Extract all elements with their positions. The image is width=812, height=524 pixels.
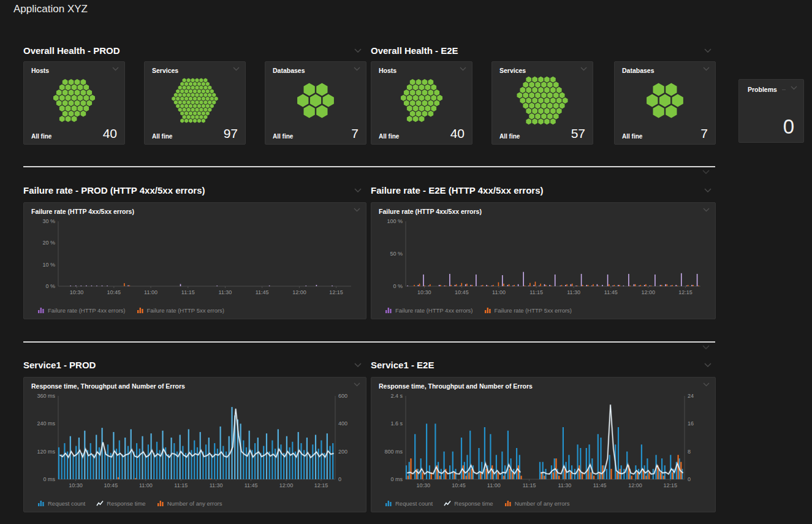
section-title: Failure rate - PROD (HTTP 4xx/5xx errors… (23, 185, 205, 196)
chart-title: Failure rate (HTTP 4xx/5xx errors) (379, 208, 482, 215)
legend-item[interactable]: Number of any errors (504, 500, 570, 507)
failure-rate-prod-chart[interactable]: 0 %10 %20 %30 %10:3010:4511:0011:1511:30… (30, 218, 360, 296)
svg-text:12:15: 12:15 (314, 482, 328, 488)
problems-tile[interactable]: Problems 0 (738, 79, 804, 143)
svg-text:11:00: 11:00 (487, 482, 501, 488)
legend-item[interactable]: Failure rate (HTTP 4xx errors) (385, 307, 473, 314)
legend-item[interactable]: Request count (385, 500, 433, 507)
health-tile-databases-prod[interactable]: Databases All fine 7 (265, 61, 366, 145)
section-title: Service1 - PROD (23, 360, 96, 370)
health-tile-hosts-e2e[interactable]: Hosts All fine 40 (371, 61, 472, 145)
svg-text:12:00: 12:00 (642, 289, 656, 295)
legend-label: Number of any errors (515, 500, 570, 507)
chart-title: Response time, Throughput and Number of … (31, 382, 185, 390)
tile-title: Hosts (379, 67, 397, 74)
chevron-down-icon[interactable] (704, 188, 711, 192)
health-tile-services-prod[interactable]: Services All fine 97 (144, 61, 246, 145)
status-text: All fine (31, 133, 51, 140)
svg-text:11:00: 11:00 (139, 482, 153, 488)
chevron-down-icon[interactable] (354, 208, 360, 212)
chevron-down-icon[interactable] (702, 345, 710, 349)
chevron-down-icon[interactable] (354, 48, 362, 53)
section-title: Overall Health - PROD (23, 45, 120, 56)
svg-text:12:00: 12:00 (292, 289, 306, 295)
legend-item[interactable]: Failure rate (HTTP 5xx errors) (137, 307, 225, 314)
chevron-down-icon[interactable] (703, 382, 710, 387)
chevron-down-icon[interactable] (460, 67, 466, 71)
bar-series-icon (385, 307, 392, 314)
svg-text:10:30: 10:30 (69, 482, 83, 488)
legend-label: Request count (48, 500, 85, 507)
chevron-down-icon[interactable] (580, 67, 587, 71)
failure-rate-e2e-tile[interactable]: Failure rate (HTTP 4xx/5xx errors) 0 %50… (371, 202, 716, 319)
service-health-honeycomb (152, 74, 238, 127)
service1-prod-tile[interactable]: Response time, Throughput and Number of … (23, 377, 366, 512)
svg-text:11:15: 11:15 (181, 289, 195, 295)
legend-item[interactable]: Failure rate (HTTP 4xx errors) (37, 307, 126, 314)
status-text: All fine (499, 133, 520, 140)
tile-title: Databases (622, 67, 655, 74)
bar-series-icon (137, 307, 144, 314)
legend-item[interactable]: Response time (96, 500, 145, 507)
service1-e2e-chart[interactable]: 0 ms800 ms1.6 s2.4 s08162410:3010:4511:0… (378, 392, 709, 489)
svg-text:30 %: 30 % (42, 218, 55, 224)
chevron-down-icon[interactable] (233, 67, 240, 71)
svg-text:20 %: 20 % (42, 240, 55, 246)
svg-text:11:15: 11:15 (174, 482, 188, 488)
chevron-down-icon[interactable] (703, 208, 710, 212)
chevron-down-icon[interactable] (791, 86, 797, 90)
failure-rate-e2e-chart[interactable]: 0 %50 %100 %10:3010:4511:0011:1511:3011:… (378, 218, 709, 296)
svg-text:600: 600 (338, 393, 347, 399)
chevron-down-icon[interactable] (703, 67, 710, 71)
svg-text:11:30: 11:30 (567, 289, 580, 295)
legend-item[interactable]: Request count (37, 500, 85, 507)
problems-count: 0 (783, 115, 794, 139)
chevron-down-icon[interactable] (354, 67, 360, 71)
chart-legend: Failure rate (HTTP 4xx errors)Failure ra… (385, 307, 572, 314)
svg-text:1.6 s: 1.6 s (390, 420, 403, 427)
chevron-down-icon[interactable] (112, 67, 119, 71)
entity-count: 7 (351, 128, 359, 140)
section-divider (23, 166, 715, 167)
svg-text:10:30: 10:30 (417, 289, 431, 295)
svg-text:16: 16 (688, 420, 694, 427)
chevron-down-icon[interactable] (702, 170, 710, 174)
tile-title: Services (152, 67, 178, 74)
svg-text:200: 200 (338, 449, 347, 455)
legend-item[interactable]: Response time (444, 500, 493, 507)
chart-legend: Request countResponse timeNumber of any … (385, 500, 569, 507)
tile-title: Problems (748, 86, 777, 93)
database-health-honeycomb (273, 74, 359, 127)
chevron-down-icon[interactable] (704, 48, 711, 53)
dashboard: Application XYZ Overall Health - PROD Ov… (0, 0, 812, 524)
svg-text:12:15: 12:15 (329, 289, 343, 295)
bar-series-icon (37, 500, 45, 507)
health-tile-hosts-prod[interactable]: Hosts All fine 40 (23, 61, 125, 145)
chevron-down-icon[interactable] (354, 188, 362, 192)
service1-e2e-tile[interactable]: Response time, Throughput and Number of … (371, 377, 716, 512)
svg-text:11:30: 11:30 (219, 289, 232, 295)
svg-text:0 %: 0 % (45, 283, 55, 289)
section-title: Overall Health - E2E (371, 45, 458, 56)
chevron-down-icon[interactable] (354, 363, 362, 367)
chevron-down-icon[interactable] (704, 363, 711, 367)
legend-item[interactable]: Number of any errors (157, 500, 222, 507)
legend-label: Number of any errors (167, 500, 222, 507)
bar-series-icon (385, 500, 392, 507)
problems-sparkline (782, 89, 786, 90)
chart-title: Failure rate (HTTP 4xx/5xx errors) (31, 208, 134, 215)
legend-label: Failure rate (HTTP 5xx errors) (147, 307, 225, 314)
legend-item[interactable]: Failure rate (HTTP 5xx errors) (484, 307, 572, 314)
line-series-icon (96, 500, 104, 507)
svg-text:12:00: 12:00 (279, 482, 294, 488)
legend-label: Failure rate (HTTP 5xx errors) (495, 307, 572, 314)
service1-prod-chart[interactable]: 0 ms120 ms240 ms360 ms020040060010:3010:… (30, 392, 360, 489)
health-tile-services-e2e[interactable]: Services All fine 57 (491, 61, 593, 145)
svg-text:10:45: 10:45 (455, 289, 469, 295)
chevron-down-icon[interactable] (354, 382, 360, 387)
health-tile-databases-e2e[interactable]: Databases All fine 7 (614, 61, 716, 145)
tile-title: Hosts (31, 67, 49, 74)
chart-legend: Request countResponse timeNumber of any … (37, 500, 222, 507)
svg-text:10:45: 10:45 (107, 289, 121, 295)
failure-rate-prod-tile[interactable]: Failure rate (HTTP 4xx/5xx errors) 0 %10… (23, 202, 366, 319)
